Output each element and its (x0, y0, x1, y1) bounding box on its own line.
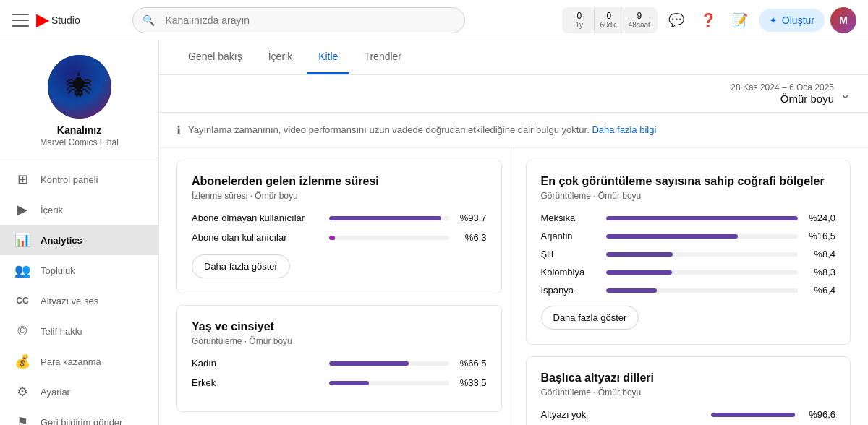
info-text-content: Yayınlama zamanının, video performansını… (188, 124, 590, 135)
geo-row-meksika: Meksika %24,0 (541, 212, 836, 223)
notif-item-1: 0 60dk. (599, 11, 619, 29)
geo-card: En çok görüntüleme sayısına sahip coğraf… (526, 160, 851, 345)
altyazi-pct-yok: %96,6 (805, 409, 835, 420)
sidebar-item-altyazi[interactable]: CC Altyazı ve ses (0, 286, 158, 316)
geo-country-arjantin: Arjantin (541, 231, 599, 241)
bar-track-1 (329, 236, 449, 240)
watch-time-title: Abonelerden gelen izlenme süresi (192, 175, 487, 188)
altyazi-card: Başlıca altyazı dilleri Görüntüleme · Öm… (526, 356, 851, 425)
sidebar-item-ayarlar[interactable]: ⚙ Ayarlar (0, 377, 158, 407)
search-icon: 🔍 (142, 14, 155, 26)
geo-subtitle: Görüntüleme · Ömür boyu (541, 191, 836, 201)
geo-bar-track-meksika (606, 216, 799, 220)
gender-pct-kadin: %66,5 (456, 358, 487, 369)
altyazi-bar-fill-yok (711, 413, 795, 417)
info-text: Yayınlama zamanının, video performansını… (188, 123, 656, 137)
analytics-icon: 📊 (14, 232, 30, 248)
watch-time-bar-row-0: Abone olmayan kullanıcılar %93,7 (192, 212, 487, 223)
geo-bar-fill-ispanya (606, 288, 658, 293)
notification-badges[interactable]: 0 1y 0 60dk. 9 48saat (562, 7, 658, 33)
geo-pct-arjantin: %16,5 (805, 231, 835, 241)
gender-pct-erkek: %33,5 (456, 377, 487, 388)
geo-row-arjantin: Arjantin %16,5 (541, 231, 836, 241)
search-input[interactable] (132, 7, 465, 33)
geo-bar-fill-arjantin (606, 234, 738, 239)
sidebar-label-telif: Telif hakkı (41, 326, 82, 337)
info-banner: ℹ Yayınlama zamanının, video performansı… (159, 113, 868, 148)
sidebar-label-altyazi: Altyazı ve ses (41, 296, 98, 306)
geo-country-kolombiya: Kolombiya (541, 267, 599, 278)
sidebar-label-analytics: Analytics (41, 235, 82, 246)
cards-row: Abonelerden gelen izlenme süresi İzlenme… (159, 148, 868, 425)
youtube-studio-logo[interactable]: ▶ Studio (36, 11, 80, 30)
sidebar-item-telif[interactable]: © Telif hakkı (0, 316, 158, 346)
sidebar-label-geri-bildirim: Geri bildirim gönder (41, 417, 122, 426)
geo-country-meksika: Meksika (541, 212, 599, 223)
altyazi-row-yok: Altyazı yok %96,6 (541, 409, 836, 420)
sidebar-item-geri-bildirim[interactable]: ⚑ Geri bildirim gönder (0, 407, 158, 425)
content-icon: ▶ (14, 202, 30, 218)
gender-bar-fill-erkek (329, 381, 369, 385)
feedback-icon[interactable]: 📝 (727, 7, 753, 33)
geo-country-sili: Şili (541, 249, 599, 259)
bar-pct-0: %93,7 (456, 212, 487, 223)
sidebar: Kanalınız Marvel Comics Final ⊞ Kontrol … (0, 40, 159, 425)
channel-info: Kanalınız Marvel Comics Final (0, 40, 158, 158)
age-gender-title: Yaş ve cinsiyet (192, 320, 487, 333)
create-button[interactable]: ✦ Oluştur (759, 9, 825, 32)
altyazi-label-yok: Altyazı yok (541, 409, 705, 420)
date-range-period: Ömür boyu (731, 93, 834, 105)
geo-bar-track-kolombiya (606, 270, 799, 275)
create-label: Oluştur (782, 14, 814, 26)
topbar: ▶ Studio 🔍 0 1y 0 60dk. 9 48saat 💬 ❓ (0, 0, 868, 40)
comment-icon[interactable]: 💬 (663, 7, 689, 33)
tab-kitle[interactable]: Kitle (307, 40, 349, 74)
channel-name: Kanalınız (57, 124, 101, 136)
geo-bar-fill-sili (606, 252, 673, 257)
tab-trendler[interactable]: Trendler (352, 40, 413, 74)
tabs-bar: Genel bakış İçerik Kitle Trendler (159, 40, 868, 75)
watch-time-subtitle: İzlenme süresi · Ömür boyu (192, 191, 487, 201)
bar-pct-1: %6,3 (456, 232, 487, 243)
avatar[interactable]: M (830, 7, 856, 33)
tab-icerik[interactable]: İçerik (257, 40, 304, 74)
left-column: Abonelerden gelen izlenme süresi İzlenme… (159, 148, 514, 425)
info-link[interactable]: Daha fazla bilgi (592, 124, 656, 135)
menu-icon[interactable] (12, 12, 29, 29)
watch-time-card: Abonelerden gelen izlenme süresi İzlenme… (176, 160, 502, 293)
feedback-send-icon: ⚑ (14, 414, 30, 425)
tab-genel-bakis[interactable]: Genel bakış (176, 40, 254, 74)
create-plus-icon: ✦ (769, 14, 778, 26)
sidebar-item-kontrol-paneli[interactable]: ⊞ Kontrol paneli (0, 164, 158, 194)
geo-row-kolombiya: Kolombiya %8,3 (541, 267, 836, 278)
sidebar-item-para[interactable]: 💰 Para kazanma (0, 346, 158, 377)
date-range-dates: 28 Kas 2024 – 6 Oca 2025 (731, 82, 834, 93)
geo-show-more-button[interactable]: Daha fazla göster (541, 306, 639, 330)
geo-bar-track-arjantin (606, 234, 799, 239)
watch-time-show-more-button[interactable]: Daha fazla göster (192, 254, 290, 278)
studio-label: Studio (51, 14, 80, 26)
gender-label-kadin: Kadın (192, 358, 322, 369)
date-range-chevron-icon[interactable]: ⌄ (840, 86, 851, 102)
geo-bar-fill-meksika (606, 216, 799, 220)
channel-subtitle: Marvel Comics Final (40, 137, 119, 147)
search-bar: 🔍 (132, 7, 465, 33)
channel-avatar[interactable] (48, 55, 111, 119)
geo-pct-sili: %8,4 (805, 249, 835, 259)
bar-label-1: Abone olan kullanıcılar (192, 232, 322, 243)
notif-divider-2 (624, 10, 624, 30)
help-icon[interactable]: ❓ (695, 7, 721, 33)
altyazi-title: Başlıca altyazı dilleri (541, 372, 836, 385)
community-icon: 👥 (14, 262, 30, 278)
date-range-info: 28 Kas 2024 – 6 Oca 2025 Ömür boyu (731, 82, 834, 105)
sidebar-item-analytics[interactable]: 📊 Analytics (0, 225, 158, 255)
geo-bar-fill-kolombiya (606, 270, 673, 275)
sidebar-item-topluluk[interactable]: 👥 Topluluk (0, 255, 158, 286)
gender-bar-track-erkek (329, 381, 449, 385)
sidebar-item-icerik[interactable]: ▶ İçerik (0, 194, 158, 225)
dashboard-icon: ⊞ (14, 171, 30, 187)
channel-avatar-inner (48, 55, 111, 119)
bar-label-0: Abone olmayan kullanıcılar (192, 212, 322, 223)
avatar-letter: M (839, 14, 848, 26)
watch-time-bar-row-1: Abone olan kullanıcılar %6,3 (192, 232, 487, 243)
